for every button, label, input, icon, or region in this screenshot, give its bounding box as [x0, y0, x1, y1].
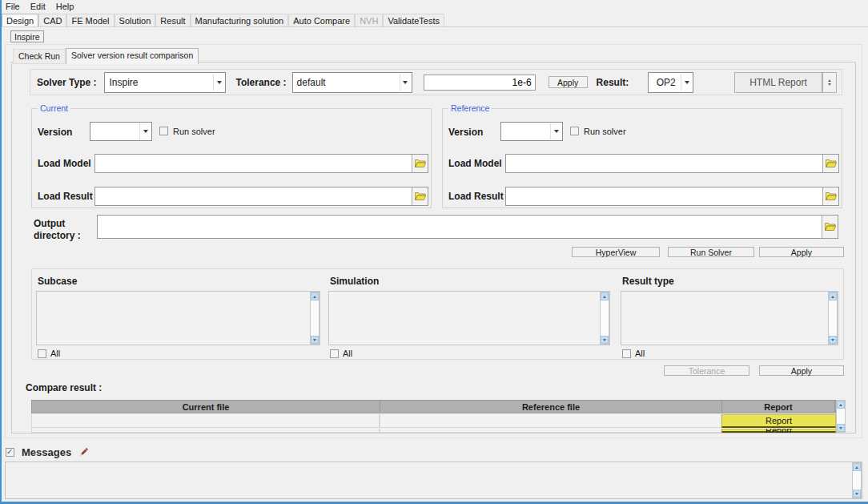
current-version-label: Version [38, 127, 72, 138]
tab-cad[interactable]: CAD [38, 14, 66, 26]
subcase-all-row: All [38, 349, 60, 358]
tab-result[interactable]: Result [155, 14, 190, 26]
current-load-model-field [94, 154, 428, 173]
compare-result-table: Current file Reference file Report Repor… [31, 400, 846, 433]
result-format-select[interactable]: OP2 [648, 72, 693, 93]
apply-run-button[interactable]: Apply [759, 247, 844, 257]
result-type-listbox[interactable] [621, 291, 838, 345]
current-load-result-input[interactable] [95, 187, 412, 205]
tolerance-custom-input[interactable] [424, 75, 535, 90]
tolerance-custom-field [424, 75, 536, 91]
tab-auto-compare[interactable]: Auto Compare [288, 14, 355, 26]
output-directory-input[interactable] [98, 216, 822, 238]
tab-solver-version-result-comparison[interactable]: Solver version result comparison [66, 48, 199, 64]
tab-result-label: Result [160, 16, 185, 26]
chevron-down-icon[interactable] [681, 74, 692, 91]
html-report-options-button[interactable] [822, 72, 837, 93]
menu-file[interactable]: File [6, 2, 20, 11]
tolerance-button: Tolerance [664, 365, 749, 376]
simulation-all-checkbox[interactable] [330, 349, 339, 358]
current-file-cell[interactable] [31, 414, 380, 428]
reference-load-result-browse-button[interactable] [822, 187, 838, 205]
chevron-down-icon[interactable] [550, 123, 561, 139]
column-header-reference-file: Reference file [380, 401, 722, 413]
reference-load-model-input[interactable] [506, 155, 822, 172]
simulation-listbox[interactable] [328, 291, 610, 345]
report-button-cell[interactable]: Report [721, 429, 836, 433]
subcase-scrollbar[interactable] [310, 292, 319, 345]
run-solver-button[interactable]: Run Solver [668, 247, 754, 257]
output-directory-browse-button[interactable] [822, 216, 838, 238]
pencil-icon[interactable] [78, 447, 89, 458]
tab-inspire[interactable]: Inspire [10, 30, 44, 42]
current-load-model-label: Load Model [38, 158, 91, 169]
scroll-down-icon[interactable] [601, 336, 609, 344]
solver-type-label: Solver Type : [37, 77, 96, 88]
subcase-list-area[interactable] [37, 292, 310, 345]
scroll-track[interactable] [829, 300, 837, 336]
messages-scrollbar[interactable] [852, 462, 862, 498]
scroll-up-icon[interactable] [853, 463, 861, 471]
reference-version-select[interactable] [500, 122, 563, 141]
tab-solution[interactable]: Solution [115, 14, 156, 26]
current-run-solver-checkbox[interactable] [159, 127, 168, 135]
scroll-track[interactable] [837, 409, 845, 424]
result-type-all-checkbox[interactable] [622, 349, 631, 358]
tab-validatetests[interactable]: ValidateTests [383, 14, 444, 26]
reference-load-result-input[interactable] [506, 187, 822, 205]
tab-nvh-label: NVH [360, 16, 378, 26]
scroll-down-icon[interactable] [853, 490, 861, 498]
solver-type-select[interactable]: Inspire [104, 72, 226, 93]
simulation-scrollbar[interactable] [600, 292, 609, 345]
current-version-select[interactable] [90, 122, 152, 141]
menu-help[interactable]: Help [56, 2, 74, 11]
scroll-up-icon[interactable] [837, 401, 845, 409]
reference-file-cell[interactable] [380, 414, 721, 428]
tab-design[interactable]: Design [2, 14, 38, 26]
subcase-all-checkbox[interactable] [38, 349, 46, 358]
simulation-list-area[interactable] [329, 292, 600, 345]
current-run-solver-label: Run solver [173, 127, 215, 136]
tab-manufacturing-solution[interactable]: Manufacturing solution [191, 14, 289, 26]
chevron-down-icon[interactable] [139, 123, 151, 139]
scroll-up-icon[interactable] [829, 292, 837, 300]
current-load-model-input[interactable] [95, 155, 412, 172]
scroll-track[interactable] [601, 300, 609, 336]
chevron-down-icon[interactable] [400, 74, 411, 91]
current-group-title: Current [38, 103, 70, 113]
scroll-down-icon[interactable] [311, 336, 319, 344]
result-format-value: OP2 [657, 77, 676, 88]
tolerance-apply-button[interactable]: Apply [549, 76, 588, 88]
report-button-cell[interactable]: Report [721, 414, 836, 428]
scroll-up-icon[interactable] [311, 292, 319, 300]
scroll-track[interactable] [311, 300, 319, 336]
reference-load-model-field [505, 154, 839, 173]
result-type-scrollbar[interactable] [828, 292, 838, 345]
tab-check-run[interactable]: Check Run [13, 49, 66, 64]
reference-run-solver-checkbox[interactable] [570, 127, 579, 135]
apply-selection-button[interactable]: Apply [759, 365, 844, 376]
current-load-model-browse-button[interactable] [412, 155, 428, 172]
folder-open-icon [825, 222, 836, 232]
current-load-result-field [94, 187, 428, 206]
messages-header: Messages [6, 446, 89, 458]
scroll-down-icon[interactable] [837, 424, 845, 432]
chevron-down-icon[interactable] [213, 74, 224, 91]
result-type-list-area[interactable] [621, 292, 828, 345]
reference-file-cell[interactable] [380, 429, 721, 433]
messages-checkbox[interactable] [6, 448, 14, 457]
subcase-listbox[interactable] [36, 291, 320, 345]
hyperview-button[interactable]: HyperView [572, 247, 660, 257]
current-file-cell[interactable] [31, 429, 380, 433]
tolerance-select[interactable]: default [292, 72, 412, 93]
scroll-down-icon[interactable] [829, 336, 837, 344]
reference-load-model-browse-button[interactable] [822, 155, 838, 172]
scroll-up-icon[interactable] [601, 292, 609, 300]
scroll-track[interactable] [853, 471, 861, 490]
tab-fe-model[interactable]: FE Model [66, 14, 114, 26]
menu-edit[interactable]: Edit [30, 2, 46, 11]
html-report-button[interactable]: HTML Report [734, 72, 822, 93]
current-load-result-browse-button[interactable] [412, 187, 428, 205]
apply-run-label: Apply [791, 248, 812, 257]
compare-table-scrollbar[interactable] [836, 400, 846, 433]
